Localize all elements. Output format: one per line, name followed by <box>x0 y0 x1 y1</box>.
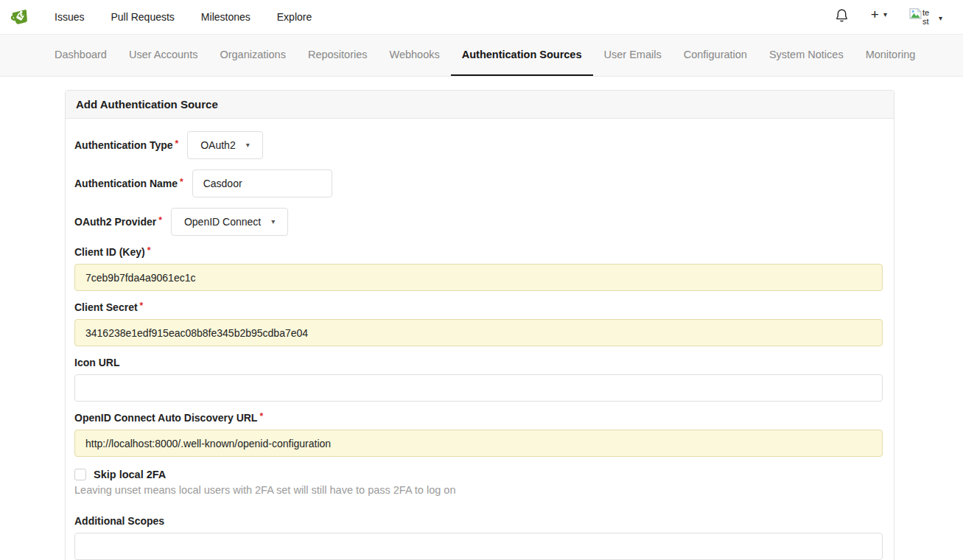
additional-scopes-field: Additional Scopes <box>74 515 883 560</box>
client-secret-input[interactable] <box>74 319 883 346</box>
tab-dashboard[interactable]: Dashboard <box>43 35 118 76</box>
oauth2-provider-label: OAuth2 Provider* <box>74 216 162 228</box>
bell-icon <box>835 8 849 23</box>
skip-2fa-label[interactable]: Skip local 2FA <box>94 469 166 480</box>
auth-name-row: Authentication Name* <box>74 169 883 197</box>
discovery-url-label: OpenID Connect Auto Discovery URL* <box>74 412 263 424</box>
gitea-teacup-icon <box>7 5 32 29</box>
gitea-logo[interactable] <box>7 4 32 29</box>
chevron-down-icon: ▾ <box>883 11 887 18</box>
auth-type-label: Authentication Type* <box>74 139 178 151</box>
create-new-button[interactable]: + ▾ <box>871 8 887 21</box>
tab-webhooks[interactable]: Webhooks <box>379 35 451 76</box>
tab-configuration[interactable]: Configuration <box>673 35 758 76</box>
skip-2fa-block: Skip local 2FA Leaving unset means local… <box>74 469 883 496</box>
required-marker: * <box>147 245 151 256</box>
avatar: test <box>909 8 933 26</box>
tab-organizations[interactable]: Organizations <box>209 35 296 76</box>
tab-repositories[interactable]: Repositories <box>297 35 379 76</box>
auth-type-dropdown[interactable]: OAuth2 ▾ <box>187 131 263 159</box>
icon-url-label: Icon URL <box>74 357 119 368</box>
additional-scopes-input[interactable] <box>74 533 883 560</box>
icon-url-input[interactable] <box>74 374 883 402</box>
skip-2fa-help-text: Leaving unset means local users with 2FA… <box>74 484 883 496</box>
broken-image-icon <box>909 8 922 19</box>
user-menu-button[interactable]: test ▾ <box>909 8 942 26</box>
plus-icon: + <box>871 8 879 21</box>
nav-milestones[interactable]: Milestones <box>201 11 251 23</box>
tab-user-accounts[interactable]: User Accounts <box>118 35 209 76</box>
card-title: Add Authentication Source <box>66 91 894 119</box>
chevron-down-icon: ▾ <box>246 141 250 149</box>
client-id-label: Client ID (Key)* <box>74 246 150 258</box>
tab-authentication-sources[interactable]: Authentication Sources <box>451 35 593 76</box>
oauth2-provider-dropdown[interactable]: OpenID Connect ▾ <box>171 208 288 236</box>
client-id-input[interactable] <box>74 264 883 291</box>
oauth2-provider-row: OAuth2 Provider* OpenID Connect ▾ <box>74 208 883 236</box>
required-marker: * <box>140 301 144 311</box>
additional-scopes-label: Additional Scopes <box>74 515 164 527</box>
client-id-field: Client ID (Key)* <box>74 246 883 291</box>
tab-monitoring[interactable]: Monitoring <box>855 35 927 76</box>
primary-nav: Issues Pull Requests Milestones Explore <box>55 11 312 23</box>
icon-url-field: Icon URL <box>74 357 883 402</box>
navbar-right: + ▾ test ▾ <box>835 8 942 26</box>
required-marker: * <box>158 215 162 225</box>
discovery-url-field: OpenID Connect Auto Discovery URL* <box>74 412 883 457</box>
auth-type-row: Authentication Type* OAuth2 ▾ <box>74 131 883 159</box>
oauth2-provider-selected-value: OpenID Connect <box>184 216 261 228</box>
skip-2fa-row: Skip local 2FA <box>74 469 883 480</box>
auth-name-label: Authentication Name* <box>74 178 183 189</box>
chevron-down-icon: ▾ <box>939 15 942 22</box>
required-marker: * <box>180 177 183 187</box>
tab-user-emails[interactable]: User Emails <box>593 35 673 76</box>
discovery-url-input[interactable] <box>74 430 883 457</box>
auth-type-selected-value: OAuth2 <box>200 139 235 151</box>
tab-system-notices[interactable]: System Notices <box>758 35 855 76</box>
client-secret-label: Client Secret* <box>74 301 143 313</box>
avatar-alt-text: test <box>922 8 929 26</box>
notifications-button[interactable] <box>835 8 849 23</box>
auth-name-input[interactable] <box>192 169 332 197</box>
required-marker: * <box>175 139 179 149</box>
nav-issues[interactable]: Issues <box>55 11 84 23</box>
nav-explore[interactable]: Explore <box>277 11 312 23</box>
card-body: Authentication Type* OAuth2 ▾ Authentica… <box>66 119 894 560</box>
skip-2fa-checkbox[interactable] <box>74 469 86 480</box>
admin-tabbar: Dashboard User Accounts Organizations Re… <box>0 34 963 77</box>
add-auth-source-card: Add Authentication Source Authentication… <box>65 90 894 560</box>
chevron-down-icon: ▾ <box>271 218 275 225</box>
top-navbar: Issues Pull Requests Milestones Explore … <box>0 0 963 34</box>
client-secret-field: Client Secret* <box>74 301 883 346</box>
nav-pull-requests[interactable]: Pull Requests <box>111 11 174 23</box>
required-marker: * <box>259 411 263 421</box>
